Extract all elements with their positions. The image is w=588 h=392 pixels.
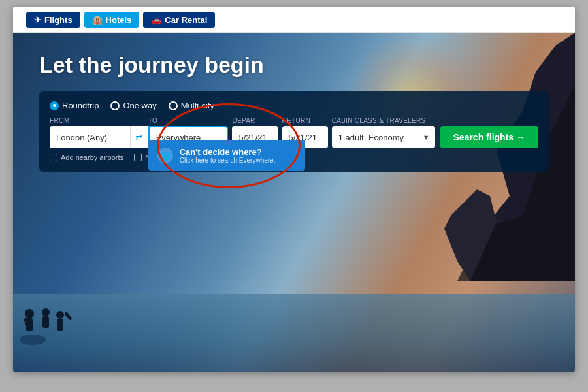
svg-point-3	[20, 335, 46, 345]
cabin-label: Cabin Class & Travelers	[332, 117, 435, 124]
svg-point-4	[25, 309, 34, 318]
nearby-label: Add nearby airports	[61, 154, 123, 161]
cabin-field-group: Cabin Class & Travelers ▼	[332, 117, 435, 148]
nearby-airports-option[interactable]: Add nearby airports	[50, 154, 123, 161]
nonstop-checkbox[interactable]	[134, 154, 142, 161]
radio-roundtrip-circle	[50, 101, 59, 110]
radio-multicity[interactable]: Multi-city	[169, 101, 214, 110]
multicity-label: Multi-city	[181, 101, 214, 110]
trip-type-row: Roundtrip One way Multi-city	[50, 101, 538, 110]
flights-label: Flights	[44, 15, 73, 25]
depart-label: Depart	[232, 117, 278, 124]
return-label: Return	[282, 117, 328, 124]
flights-icon: ✈	[34, 15, 41, 25]
suggestion-main: Can't decide where?	[180, 147, 276, 157]
cabin-input[interactable]	[332, 126, 417, 148]
hotels-icon: 🏨	[92, 15, 103, 25]
search-flights-button[interactable]: Search flights →	[440, 126, 538, 148]
car-icon: 🚗	[151, 15, 161, 25]
to-field-group: To 🌐 Can't decide where? Click here to s…	[148, 117, 229, 148]
tab-hotels[interactable]: 🏨 Hotels	[84, 12, 140, 28]
outer-frame: ✈ Flights 🏨 Hotels 🚗 Car Rental	[0, 0, 588, 392]
roundtrip-label: Roundtrip	[62, 101, 99, 110]
fields-row: From ⇄ To 🌐	[50, 117, 538, 148]
oneway-label: One way	[123, 101, 156, 110]
people-svg	[20, 294, 98, 346]
swap-icon: ⇄	[135, 132, 143, 142]
car-label: Car Rental	[165, 15, 207, 25]
svg-point-10	[56, 311, 64, 319]
radio-multicity-circle	[169, 101, 178, 110]
search-flights-label: Search flights →	[453, 132, 525, 142]
suggestion-dropdown[interactable]: 🌐 Can't decide where? Click here to sear…	[148, 140, 305, 171]
suggestion-item-everywhere[interactable]: 🌐 Can't decide where? Click here to sear…	[148, 140, 305, 171]
suggestion-sub: Click here to search Everywhere.	[180, 157, 276, 164]
nearby-checkbox[interactable]	[50, 154, 57, 161]
search-panel: Roundtrip One way Multi-city Fro	[39, 91, 549, 172]
hero-section: Let the journey begin Roundtrip One way	[13, 33, 575, 372]
from-field-group: From	[50, 117, 130, 148]
from-label: From	[50, 117, 130, 124]
svg-point-8	[42, 308, 50, 316]
top-nav: ✈ Flights 🏨 Hotels 🚗 Car Rental	[13, 7, 575, 33]
tab-car-rental[interactable]: 🚗 Car Rental	[143, 12, 215, 28]
globe-icon: 🌐	[157, 148, 173, 163]
to-label: To	[148, 117, 229, 124]
swap-button[interactable]: ⇄	[130, 126, 148, 148]
svg-rect-12	[64, 312, 73, 321]
radio-oneway[interactable]: One way	[110, 101, 156, 110]
tab-flights[interactable]: ✈ Flights	[26, 12, 80, 28]
hotels-label: Hotels	[106, 15, 132, 25]
svg-rect-11	[57, 319, 63, 331]
hero-title: Let the journey begin	[39, 52, 264, 78]
radio-roundtrip[interactable]: Roundtrip	[50, 101, 99, 110]
cabin-dropdown-arrow[interactable]: ▼	[417, 126, 435, 148]
svg-rect-9	[42, 316, 49, 328]
radio-oneway-circle	[110, 101, 120, 110]
browser-card: ✈ Flights 🏨 Hotels 🚗 Car Rental	[13, 7, 575, 372]
from-input[interactable]	[50, 126, 130, 148]
